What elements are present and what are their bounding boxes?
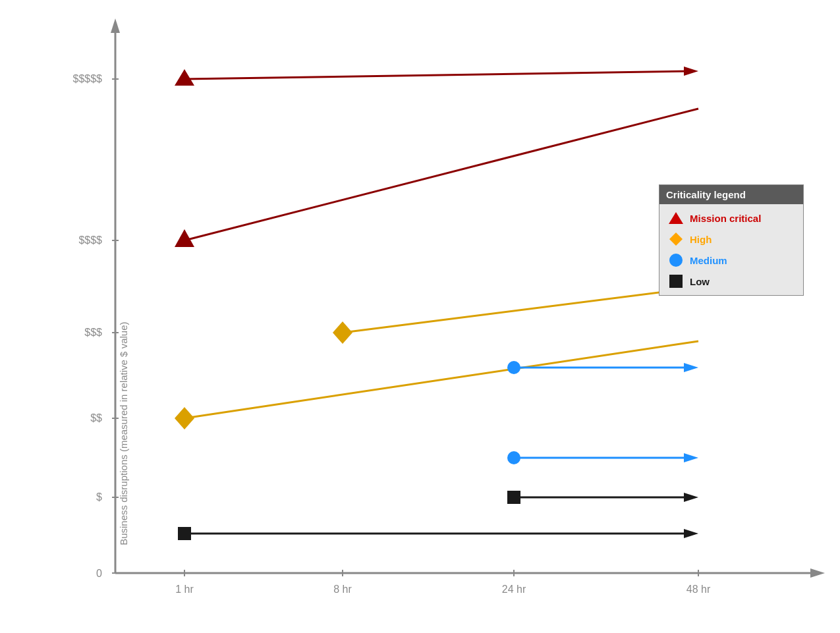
legend-label-low: Low [690, 276, 710, 287]
legend-item-high: High [669, 232, 794, 246]
svg-rect-42 [507, 491, 520, 504]
legend-item-low: Low [669, 274, 794, 289]
svg-marker-31 [333, 321, 352, 344]
svg-text:0: 0 [96, 568, 102, 579]
legend-body: Mission critical High Medium [659, 204, 803, 295]
chart-container: 0 $ $$ $$$ $$$$ $$$$$ 1 hr 8 hr 24 hr 48… [0, 0, 840, 633]
y-axis-label: Business disruptions (measured in relati… [118, 322, 129, 545]
svg-text:24 hr: 24 hr [502, 584, 526, 595]
svg-text:1 hr: 1 hr [175, 584, 194, 595]
mission-critical-icon [669, 211, 683, 225]
svg-text:$$: $$ [90, 412, 102, 424]
legend-label-medium: Medium [690, 255, 727, 266]
svg-marker-38 [684, 453, 698, 462]
svg-line-24 [184, 71, 690, 79]
svg-line-27 [184, 109, 698, 240]
svg-rect-45 [178, 527, 191, 540]
svg-marker-25 [684, 67, 698, 76]
legend-label-high: High [690, 234, 712, 245]
svg-text:$$$: $$$ [84, 327, 102, 338]
legend-label-mission-critical: Mission critical [690, 213, 761, 224]
svg-text:$: $ [96, 491, 102, 503]
svg-marker-26 [175, 69, 194, 86]
svg-line-32 [184, 341, 698, 418]
legend-item-medium: Medium [669, 253, 794, 267]
svg-text:$$$$: $$$$ [78, 234, 102, 246]
svg-marker-47 [669, 233, 683, 246]
svg-point-39 [507, 451, 520, 464]
low-icon [669, 274, 683, 289]
svg-marker-1 [111, 18, 120, 33]
svg-marker-44 [684, 529, 698, 538]
svg-marker-3 [810, 568, 825, 578]
medium-icon [669, 253, 683, 267]
svg-point-48 [669, 254, 683, 267]
svg-text:8 hr: 8 hr [333, 584, 352, 595]
high-icon [669, 232, 683, 246]
legend-item-mission-critical: Mission critical [669, 211, 794, 225]
svg-rect-49 [669, 275, 683, 288]
svg-marker-41 [684, 493, 698, 502]
svg-text:48 hr: 48 hr [686, 584, 711, 595]
svg-marker-33 [175, 407, 194, 429]
svg-point-36 [507, 361, 520, 374]
svg-marker-35 [684, 363, 698, 372]
svg-line-29 [343, 289, 690, 333]
legend-box: Criticality legend Mission critical High [659, 184, 804, 296]
svg-text:$$$$$: $$$$$ [73, 73, 103, 84]
legend-title: Criticality legend [659, 185, 803, 204]
svg-marker-46 [669, 212, 683, 224]
